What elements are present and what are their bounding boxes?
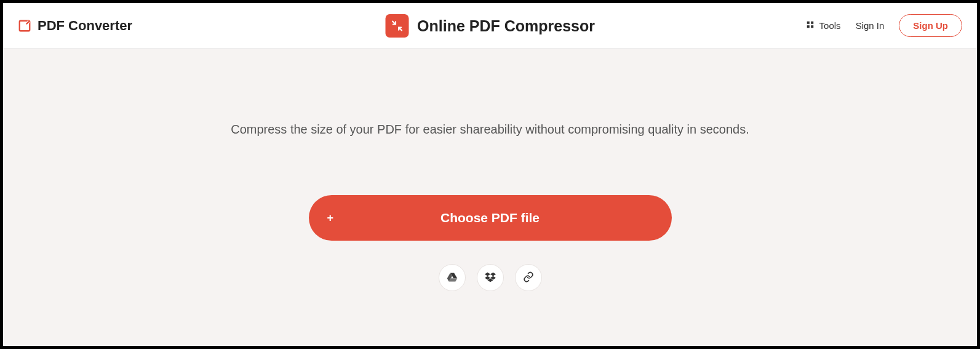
svg-rect-2 bbox=[811, 22, 813, 24]
signin-link[interactable]: Sign In bbox=[856, 20, 885, 31]
subtitle: Compress the size of your PDF for easier… bbox=[231, 122, 749, 137]
svg-rect-1 bbox=[807, 22, 809, 24]
title-area: Online PDF Compressor bbox=[385, 14, 595, 38]
choose-file-button[interactable]: + Choose PDF file bbox=[309, 195, 672, 241]
compress-icon bbox=[385, 14, 408, 38]
svg-rect-4 bbox=[811, 25, 813, 28]
brand[interactable]: PDF Converter bbox=[18, 18, 132, 34]
tools-label: Tools bbox=[819, 20, 841, 31]
header: PDF Converter Online PDF Compressor bbox=[3, 3, 977, 49]
plus-icon: + bbox=[327, 212, 334, 225]
svg-rect-3 bbox=[807, 25, 809, 28]
dropbox-button[interactable] bbox=[477, 264, 504, 291]
url-button[interactable] bbox=[515, 264, 542, 291]
dropbox-icon bbox=[485, 271, 496, 284]
page-title: Online PDF Compressor bbox=[417, 17, 595, 35]
link-icon bbox=[523, 271, 534, 284]
google-drive-icon bbox=[447, 271, 458, 284]
choose-file-label: Choose PDF file bbox=[440, 211, 540, 225]
brand-name: PDF Converter bbox=[38, 18, 132, 34]
tools-link[interactable]: Tools bbox=[806, 20, 841, 31]
google-drive-button[interactable] bbox=[439, 264, 466, 291]
grid-icon bbox=[806, 20, 815, 31]
upload-sources bbox=[439, 264, 542, 291]
signup-button[interactable]: Sign Up bbox=[899, 14, 962, 37]
nav-right: Tools Sign In Sign Up bbox=[806, 14, 962, 37]
brand-icon bbox=[18, 19, 31, 33]
main: Compress the size of your PDF for easier… bbox=[3, 49, 977, 291]
